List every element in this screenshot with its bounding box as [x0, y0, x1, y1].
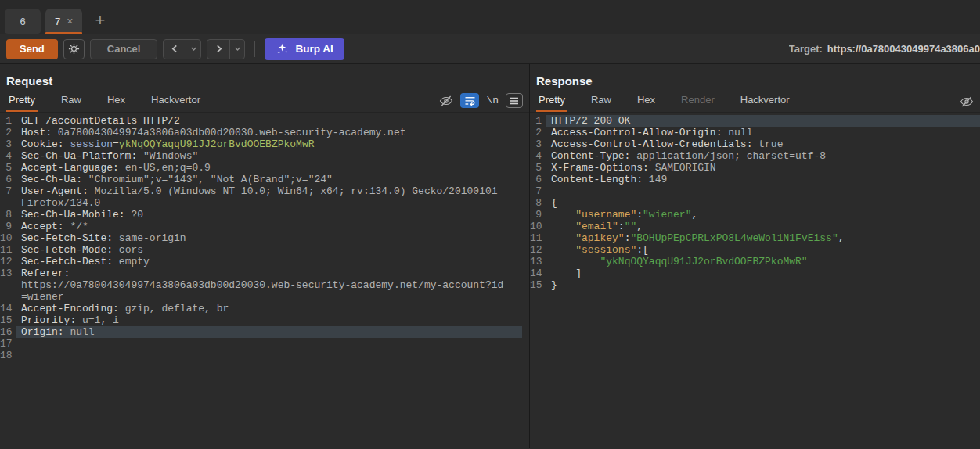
code-text: Sec-Ch-Ua: "Chromium";v="143", "Not A(Br… [16, 174, 522, 185]
code-line[interactable]: 9 "username":"wiener", [530, 209, 980, 221]
repeater-tab-6[interactable]: 6 [5, 9, 41, 34]
response-tab-pretty[interactable]: Pretty [536, 90, 567, 112]
code-line[interactable]: 13 "ykNqOQYaqqU91JJ2orBvdOOEBZPkoMwR" [530, 256, 980, 268]
tab-label: 7 [55, 16, 60, 27]
code-line[interactable]: 6Sec-Ch-Ua: "Chromium";v="143", "Not A(B… [0, 174, 522, 185]
forward-button-group [207, 39, 245, 59]
code-text: Sec-Fetch-Dest: empty [16, 256, 522, 268]
code-text: Sec-Fetch-Mode: cors [16, 244, 522, 256]
code-line[interactable]: 8{ [530, 197, 980, 209]
newline-icon[interactable]: \n [486, 95, 499, 106]
line-number: 15 [530, 279, 546, 291]
code-line[interactable]: 16Origin: null [0, 326, 522, 338]
eye-slash-icon[interactable] [439, 95, 453, 107]
code-line[interactable]: 10 "email":"", [530, 221, 980, 232]
response-tab-render: Render [679, 90, 717, 112]
chevron-right-icon [214, 45, 223, 53]
request-tab-pretty[interactable]: Pretty [6, 90, 38, 112]
repeater-tab-strip: 6 7 × + [0, 0, 980, 34]
code-line[interactable]: 11 "apikey":"BOHUpPEpCPRLxPO8L4weWol1N1F… [530, 232, 980, 244]
line-number: 13 [0, 268, 16, 279]
line-number: 1 [530, 115, 546, 127]
send-button[interactable]: Send [6, 39, 58, 59]
code-text: Host: 0a780043049974a3806a03db00d20030.w… [16, 127, 522, 138]
toolbar: Send Cancel [0, 34, 980, 64]
code-text: User-Agent: Mozilla/5.0 (Windows NT 10.0… [16, 185, 522, 197]
line-number: 11 [530, 232, 546, 244]
line-number: 7 [0, 185, 16, 197]
code-line[interactable]: 7User-Agent: Mozilla/5.0 (Windows NT 10.… [0, 185, 522, 197]
code-line[interactable]: 12Sec-Fetch-Dest: empty [0, 256, 522, 268]
response-editor-icons [960, 95, 974, 112]
line-number: 6 [0, 174, 16, 185]
editor-panels: Request Pretty Raw Hex Hackvertor [0, 64, 980, 448]
code-text: Firefox/134.0 [16, 197, 522, 209]
request-tab-hackvertor[interactable]: Hackvertor [149, 90, 203, 112]
code-text: "ykNqOQYaqqU91JJ2orBvdOOEBZPkoMwR" [546, 256, 980, 268]
code-line[interactable]: 12 "sessions":[ [530, 244, 980, 256]
code-line[interactable]: https://0a780043049974a3806a03db00d20030… [0, 279, 522, 291]
code-line[interactable]: 2Access-Control-Allow-Origin: null [530, 127, 980, 138]
request-tab-raw[interactable]: Raw [59, 90, 84, 112]
code-line[interactable]: 4Sec-Ch-Ua-Platform: "Windows" [0, 150, 522, 162]
cancel-button[interactable]: Cancel [90, 39, 158, 59]
sparkle-icon [276, 42, 289, 56]
code-line[interactable]: 11Sec-Fetch-Mode: cors [0, 244, 522, 256]
code-line[interactable]: 9Accept: */* [0, 221, 522, 232]
code-line[interactable]: 3Cookie: session=ykNqOQYaqqU91JJ2orBvdOO… [0, 138, 522, 150]
code-line[interactable]: 1GET /accountDetails HTTP/2 [0, 115, 522, 127]
send-settings-button[interactable] [63, 39, 85, 59]
close-icon[interactable]: × [67, 16, 73, 27]
forward-history-dropdown[interactable] [229, 40, 244, 59]
code-line[interactable]: 5Accept-Language: en-US,en;q=0.9 [0, 162, 522, 174]
forward-button[interactable] [207, 40, 229, 59]
response-tab-raw[interactable]: Raw [589, 90, 614, 112]
code-line[interactable]: 14 ] [530, 268, 980, 279]
tab-label: 6 [20, 16, 25, 27]
code-text: Origin: null [16, 326, 522, 338]
response-tab-hex[interactable]: Hex [635, 90, 658, 112]
response-editor[interactable]: 1HTTP/2 200 OK2Access-Control-Allow-Orig… [530, 113, 980, 448]
request-panel-title: Request [0, 64, 529, 90]
line-number [0, 291, 16, 303]
request-editor[interactable]: 1GET /accountDetails HTTP/22Host: 0a7800… [0, 113, 522, 448]
code-line[interactable]: 1HTTP/2 200 OK [530, 115, 980, 127]
code-line[interactable]: 5X-Frame-Options: SAMEORIGIN [530, 162, 980, 174]
code-line[interactable]: 14Accept-Encoding: gzip, deflate, br [0, 303, 522, 314]
back-history-dropdown[interactable] [186, 40, 200, 59]
code-text: Sec-Fetch-Site: same-origin [16, 232, 522, 244]
menu-icon[interactable] [506, 93, 523, 108]
code-text [16, 338, 522, 350]
code-line[interactable]: 8Sec-Ch-Ua-Mobile: ?0 [0, 209, 522, 221]
code-line[interactable]: Firefox/134.0 [0, 197, 522, 209]
eye-slash-icon[interactable] [960, 95, 974, 108]
response-tab-hackvertor[interactable]: Hackvertor [738, 90, 792, 112]
code-line[interactable]: 3Access-Control-Allow-Credentials: true [530, 138, 980, 150]
code-line[interactable]: 17 [0, 338, 522, 350]
word-wrap-icon[interactable] [460, 93, 479, 108]
repeater-tab-7[interactable]: 7 × [45, 9, 82, 34]
line-number: 12 [530, 244, 546, 256]
code-line[interactable]: 7 [530, 185, 980, 197]
burp-ai-button[interactable]: Burp AI [265, 38, 344, 60]
chevron-left-icon [171, 45, 179, 53]
line-number: 2 [530, 127, 546, 138]
code-line[interactable]: 18 [0, 350, 522, 361]
code-text: GET /accountDetails HTTP/2 [16, 115, 522, 127]
add-tab-button[interactable]: + [95, 12, 105, 29]
line-number: 4 [530, 150, 546, 162]
code-line[interactable]: 6Content-Length: 149 [530, 174, 980, 185]
code-line[interactable]: 4Content-Type: application/json; charset… [530, 150, 980, 162]
line-number: 5 [0, 162, 16, 174]
code-text: Referer: [16, 268, 522, 279]
code-line[interactable]: 15} [530, 279, 980, 291]
back-button[interactable] [164, 40, 186, 59]
code-line[interactable]: 13Referer: [0, 268, 522, 279]
request-tab-hex[interactable]: Hex [105, 90, 128, 112]
code-line[interactable]: 2Host: 0a780043049974a3806a03db00d20030.… [0, 127, 522, 138]
code-line[interactable]: 15Priority: u=1, i [0, 314, 522, 326]
code-line[interactable]: =wiener [0, 291, 522, 303]
back-button-group [163, 39, 201, 59]
code-line[interactable]: 10Sec-Fetch-Site: same-origin [0, 232, 522, 244]
line-number: 10 [530, 221, 546, 232]
